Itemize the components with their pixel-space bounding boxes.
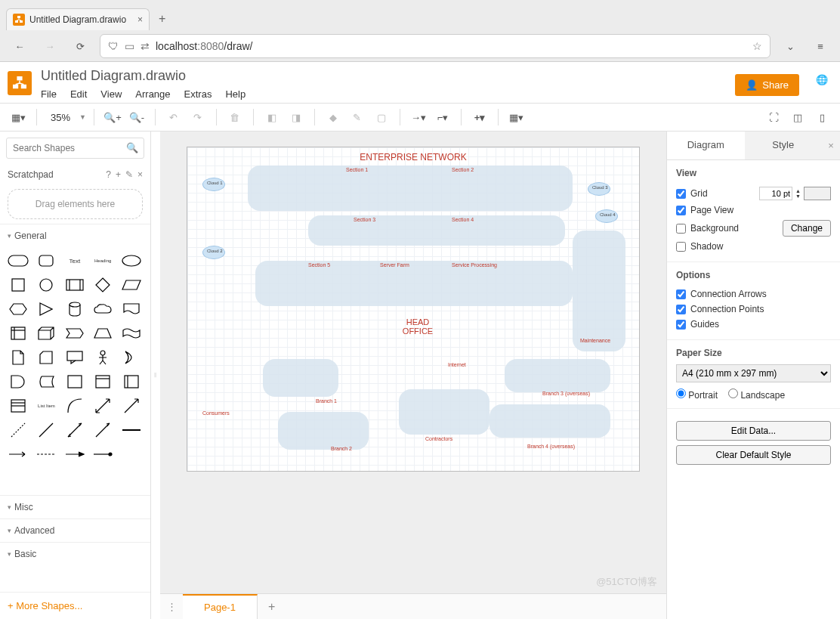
shape-note[interactable]: [6, 347, 30, 368]
group-branch3[interactable]: [505, 359, 610, 392]
grid-color-swatch[interactable]: [804, 187, 831, 200]
redo-icon[interactable]: ↷: [187, 107, 208, 128]
new-tab-button[interactable]: +: [150, 8, 174, 30]
group-top[interactable]: [248, 166, 573, 211]
shape-line[interactable]: [34, 419, 58, 441]
shape-cylinder[interactable]: [63, 299, 87, 320]
scratchpad-add-icon[interactable]: +: [116, 169, 121, 180]
group-branch4[interactable]: [489, 404, 610, 438]
outline-panel-icon[interactable]: ▯: [811, 107, 832, 128]
share-button[interactable]: 👤Share: [735, 74, 799, 96]
shape-document[interactable]: [119, 299, 144, 320]
shape-link-line[interactable]: [119, 419, 144, 441]
forward-button[interactable]: →: [39, 36, 60, 57]
add-page-button[interactable]: +: [258, 600, 286, 614]
shape-step[interactable]: [63, 323, 87, 344]
shape-link-2[interactable]: [63, 444, 87, 465]
shape-bidir-thin[interactable]: [63, 419, 87, 441]
url-input[interactable]: 🛡 ▭ ⇄ localhost:8080/draw/ ☆: [100, 34, 771, 58]
conn-arrows-checkbox[interactable]: [676, 289, 686, 299]
pageview-checkbox[interactable]: [676, 206, 686, 215]
shape-container-h[interactable]: [91, 371, 115, 392]
shape-data-storage[interactable]: [34, 371, 58, 392]
shape-list-item[interactable]: List Item: [34, 395, 58, 416]
shape-diamond[interactable]: [91, 274, 115, 296]
menu-view[interactable]: View: [100, 88, 122, 100]
back-button[interactable]: ←: [9, 36, 30, 57]
shape-text[interactable]: Text: [63, 250, 87, 271]
guides-checkbox[interactable]: [676, 320, 686, 330]
group-branch1[interactable]: [263, 359, 338, 397]
shape-square[interactable]: [6, 274, 30, 296]
scratchpad-close-icon[interactable]: ×: [137, 169, 143, 180]
shape-heading[interactable]: Heading: [91, 250, 115, 271]
browser-tab[interactable]: Untitled Diagram.drawio ×: [6, 8, 150, 30]
search-shapes-input[interactable]: [6, 138, 144, 159]
shape-process[interactable]: [63, 274, 87, 296]
portrait-radio[interactable]: Portrait: [676, 388, 718, 401]
shape-internal-storage[interactable]: [6, 323, 30, 344]
shape-rounded-rect[interactable]: [6, 250, 30, 271]
shape-arrow-thin[interactable]: [91, 419, 115, 441]
reload-button[interactable]: ⟳: [69, 36, 91, 57]
section-general[interactable]: General: [0, 224, 150, 247]
group-servers[interactable]: [255, 261, 573, 306]
format-panel-icon[interactable]: ◫: [787, 107, 808, 128]
menu-file[interactable]: File: [41, 88, 57, 100]
zoom-out-icon[interactable]: 🔍-: [126, 107, 147, 128]
permissions-icon[interactable]: ⇄: [141, 40, 150, 52]
clear-style-button[interactable]: Clear Default Style: [676, 445, 831, 465]
page-info-icon[interactable]: ▭: [125, 40, 134, 52]
document-title[interactable]: Untitled Diagram.drawio: [41, 68, 726, 84]
canvas[interactable]: ENTERPRISE NETWORK Section 1 Section 2 S…: [160, 132, 666, 593]
search-icon[interactable]: 🔍: [126, 142, 138, 153]
grid-size-input[interactable]: [759, 187, 792, 200]
edit-data-button[interactable]: Edit Data...: [676, 421, 831, 441]
menu-arrange[interactable]: Arrange: [135, 88, 170, 100]
shadow-checkbox[interactable]: [676, 242, 686, 252]
fill-color-icon[interactable]: ◆: [323, 107, 344, 128]
shape-rounded-square[interactable]: [34, 250, 58, 271]
language-icon[interactable]: 🌐: [816, 74, 828, 85]
tab-diagram[interactable]: Diagram: [667, 132, 745, 159]
zoom-value[interactable]: 35%: [45, 112, 76, 123]
bookmark-icon[interactable]: ☆: [752, 40, 762, 52]
shape-triangle[interactable]: [34, 299, 58, 320]
shadow-icon[interactable]: ▢: [371, 107, 392, 128]
shape-dashed-line[interactable]: [6, 419, 30, 441]
insert-icon[interactable]: +▾: [469, 107, 490, 128]
section-basic[interactable]: Basic: [0, 542, 150, 565]
menu-extras[interactable]: Extras: [184, 88, 212, 100]
to-back-icon[interactable]: ◨: [286, 107, 307, 128]
group-mid1[interactable]: [308, 215, 565, 246]
shape-card[interactable]: [34, 347, 58, 368]
shape-bidir-arrow[interactable]: [91, 395, 115, 416]
shape-hexagon[interactable]: [6, 299, 30, 320]
shape-or[interactable]: [119, 347, 144, 368]
grid-step-up[interactable]: ▲: [795, 188, 801, 193]
diagram-paper[interactable]: ENTERPRISE NETWORK Section 1 Section 2 S…: [187, 147, 640, 472]
line-color-icon[interactable]: ✎: [347, 107, 368, 128]
background-checkbox[interactable]: [676, 224, 686, 234]
section-advanced[interactable]: Advanced: [0, 518, 150, 542]
app-logo[interactable]: [8, 71, 32, 95]
zoom-in-icon[interactable]: 🔍+: [102, 107, 123, 128]
pocket-icon[interactable]: ⌄: [780, 36, 801, 57]
shape-arrow[interactable]: [119, 395, 144, 416]
tab-style[interactable]: Style: [745, 132, 823, 159]
scratchpad-edit-icon[interactable]: ✎: [125, 169, 133, 180]
shape-cube[interactable]: [34, 323, 58, 344]
group-branch2[interactable]: [278, 412, 369, 450]
grid-step-down[interactable]: ▼: [795, 193, 801, 199]
view-mode-button[interactable]: ▦▾: [8, 107, 29, 128]
landscape-radio[interactable]: Landscape: [728, 388, 785, 401]
shape-parallelogram[interactable]: [119, 274, 144, 296]
section-misc[interactable]: Misc: [0, 495, 150, 518]
shape-and[interactable]: [6, 371, 30, 392]
shape-curve[interactable]: [63, 395, 87, 416]
waypoint-icon[interactable]: ⌐▾: [432, 107, 453, 128]
connection-icon[interactable]: →▾: [408, 107, 429, 128]
delete-icon[interactable]: 🗑: [224, 107, 246, 128]
shape-cloud[interactable]: [91, 299, 115, 320]
tab-close-icon[interactable]: ×: [137, 14, 143, 25]
